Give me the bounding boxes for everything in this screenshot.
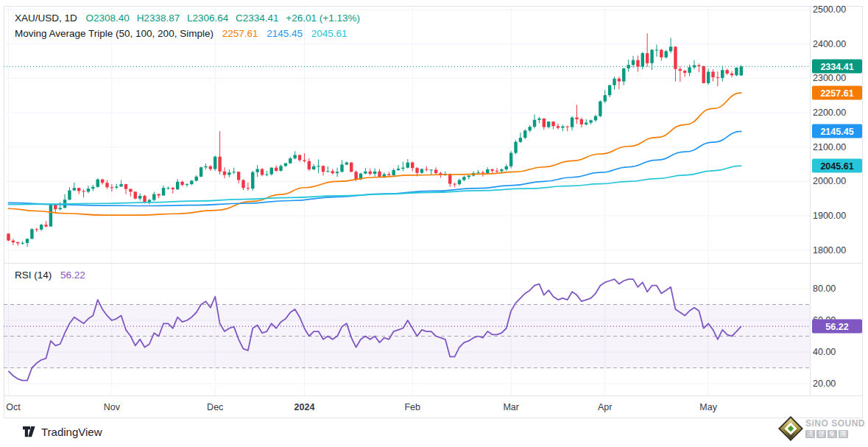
candle-body bbox=[152, 194, 155, 200]
main-legend: XAU/USD, 1D O2308.40 H2338.87 L2306.64 C… bbox=[15, 10, 364, 41]
candle-body bbox=[317, 166, 320, 166]
candle-body bbox=[669, 46, 672, 51]
candle-body bbox=[354, 172, 357, 179]
sma-line-sma50 bbox=[9, 93, 741, 215]
candle-body bbox=[261, 169, 264, 175]
candle-body bbox=[622, 68, 625, 82]
candle-body bbox=[397, 169, 400, 170]
candle-body bbox=[227, 172, 230, 175]
candle-body bbox=[571, 118, 574, 127]
candle-body bbox=[331, 171, 334, 173]
candle-body bbox=[49, 205, 52, 226]
tradingview-attribution-link[interactable]: TradingView bbox=[22, 425, 102, 439]
candle-body bbox=[543, 119, 546, 127]
candle-body bbox=[585, 123, 588, 124]
candle-body bbox=[134, 191, 137, 198]
candle-body bbox=[68, 190, 71, 200]
candle-body bbox=[387, 175, 390, 175]
candle-body bbox=[73, 188, 76, 190]
candle-body bbox=[303, 160, 306, 161]
candle-body bbox=[406, 163, 409, 168]
footer-bar: TradingView SiNO SOUND 漢聲集團 bbox=[0, 418, 868, 447]
price-axis-badge: 2257.61 bbox=[812, 86, 862, 100]
candle-body bbox=[77, 188, 80, 191]
candle-body bbox=[115, 186, 118, 187]
candle-body bbox=[665, 51, 668, 57]
candle-body bbox=[660, 50, 663, 57]
rsi-tick-label: 40.00 bbox=[813, 347, 836, 357]
change-value: +26.01 (+1.13%) bbox=[286, 13, 360, 24]
time-axis-label-nov: Nov bbox=[104, 402, 120, 412]
candle-body bbox=[195, 177, 198, 181]
candle-body bbox=[655, 50, 658, 51]
candle-body bbox=[255, 169, 258, 172]
candle-body bbox=[176, 182, 179, 189]
candle-body bbox=[505, 166, 508, 169]
chart-plot-area[interactable] bbox=[0, 0, 868, 447]
candle-body bbox=[476, 172, 479, 173]
candle-body bbox=[30, 229, 33, 239]
price-tick-label: 2500.00 bbox=[813, 4, 846, 15]
candle-body bbox=[58, 208, 61, 209]
candle-body bbox=[21, 243, 24, 244]
candle-body bbox=[40, 225, 43, 230]
time-axis-label-may: May bbox=[699, 402, 717, 412]
candle-body bbox=[721, 70, 724, 78]
candle-body bbox=[162, 188, 165, 195]
candle-body bbox=[434, 169, 437, 173]
candle-body bbox=[233, 172, 236, 172]
price-axis-badge: 2334.41 bbox=[812, 60, 862, 74]
candle-body bbox=[557, 126, 560, 127]
time-axis-label-2024: 2024 bbox=[294, 402, 315, 412]
open-value: O2308.40 bbox=[86, 13, 130, 24]
candle-body bbox=[632, 60, 635, 66]
price-tick-label: 1800.00 bbox=[813, 245, 846, 256]
candle-body bbox=[415, 168, 418, 173]
price-tick-label: 2300.00 bbox=[813, 73, 846, 83]
candle-body bbox=[7, 233, 10, 240]
candle-body bbox=[91, 187, 94, 189]
candle-body bbox=[599, 102, 601, 116]
time-axis-label-oct: Oct bbox=[6, 402, 20, 412]
candle-body bbox=[537, 119, 540, 120]
candle-body bbox=[270, 168, 273, 175]
candle-body bbox=[575, 118, 578, 119]
candle-body bbox=[110, 187, 113, 188]
price-axis-badge: 2145.45 bbox=[812, 124, 862, 138]
candle-body bbox=[702, 66, 705, 83]
candle-body bbox=[711, 71, 714, 77]
candle-body bbox=[364, 172, 367, 174]
candle-body bbox=[124, 184, 127, 189]
candle-body bbox=[646, 53, 649, 63]
candle-body bbox=[566, 127, 569, 127]
watermark-brand-text: SiNO SOUND bbox=[805, 418, 865, 429]
candle-body bbox=[679, 69, 682, 71]
candle-body bbox=[519, 138, 522, 142]
candle-body bbox=[425, 169, 428, 170]
candle-body bbox=[467, 175, 470, 177]
candle-body bbox=[16, 242, 19, 243]
candle-body bbox=[180, 182, 183, 185]
candle-body bbox=[157, 194, 160, 196]
tradingview-chart-widget: XAU/USD, 1D O2308.40 H2338.87 L2306.64 C… bbox=[0, 0, 868, 447]
candle-body bbox=[284, 163, 287, 166]
candle-body bbox=[500, 169, 503, 171]
price-tick-label: 1900.00 bbox=[813, 211, 846, 221]
candle-body bbox=[716, 77, 719, 78]
candle-body bbox=[200, 167, 202, 177]
sma200-value: 2045.61 bbox=[311, 28, 347, 39]
time-axis-label-dec: Dec bbox=[207, 402, 223, 412]
candle-body bbox=[533, 120, 536, 127]
candle-body bbox=[430, 169, 433, 170]
watermark-char: 聲 bbox=[816, 430, 826, 438]
candle-body bbox=[514, 142, 517, 153]
candle-body bbox=[613, 79, 615, 85]
candle-body bbox=[618, 79, 621, 82]
candle-body bbox=[237, 172, 240, 180]
candle-body bbox=[148, 200, 151, 203]
sma100-value: 2145.45 bbox=[267, 28, 303, 39]
candle-body bbox=[608, 85, 611, 96]
candle-body bbox=[604, 95, 607, 101]
candle-body bbox=[105, 183, 108, 187]
time-axis-label-apr: Apr bbox=[598, 402, 612, 412]
